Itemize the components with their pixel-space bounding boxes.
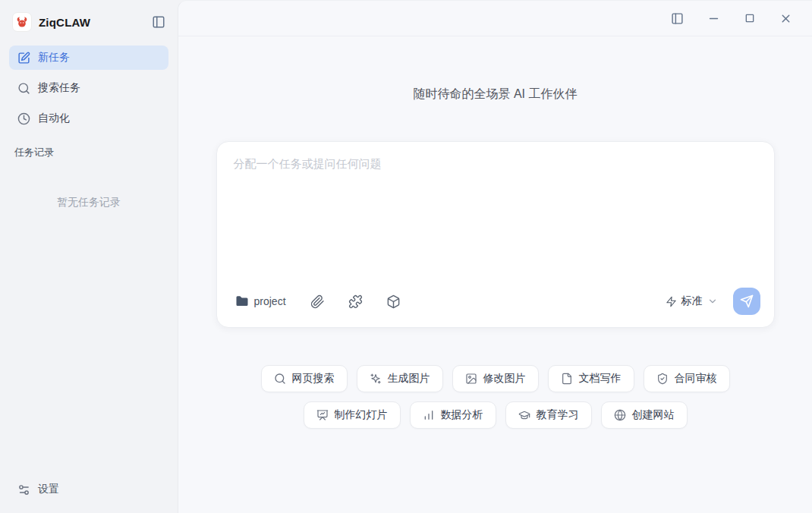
chip-create-website[interactable]: 创建网站 [601, 401, 688, 429]
panel-toggle-button[interactable] [669, 11, 685, 27]
search-icon [17, 82, 30, 95]
graduation-cap-icon [518, 409, 530, 421]
document-icon [561, 373, 573, 385]
send-button[interactable] [733, 288, 760, 315]
chip-education-learning[interactable]: 教育学习 [505, 401, 592, 429]
sparkles-icon [370, 373, 382, 385]
sidebar-item-label: 自动化 [38, 112, 70, 125]
panel-toggle-icon [671, 12, 684, 25]
sidebar-collapse-button[interactable] [150, 14, 167, 30]
window-titlebar [178, 1, 812, 36]
panel-left-icon [152, 15, 165, 29]
chip-label: 创建网站 [632, 408, 675, 422]
chip-label: 修改图片 [483, 372, 526, 386]
project-label: project [254, 295, 286, 307]
chip-label: 数据分析 [441, 408, 483, 422]
project-selector[interactable]: project [231, 291, 291, 311]
chevron-down-icon [707, 296, 718, 307]
plugins-button[interactable] [345, 291, 367, 313]
globe-icon [614, 409, 626, 421]
chip-label: 生成图片 [388, 372, 430, 386]
settings-label: 设置 [38, 483, 59, 496]
sidebar: ZiqCLAW 新任务 搜索任务 自动化 任务记录 暂无任务记录 设置 [0, 0, 178, 513]
clock-icon [17, 112, 30, 125]
chip-make-slides[interactable]: 制作幻灯片 [304, 401, 401, 429]
bar-chart-icon [423, 409, 435, 421]
main-area: 随时待命的全场景 AI 工作伙伴 project [178, 0, 812, 513]
folder-icon [235, 294, 249, 308]
sidebar-header: ZiqCLAW [12, 11, 167, 33]
app-title: ZiqCLAW [39, 16, 90, 29]
chip-web-search[interactable]: 网页搜索 [261, 365, 348, 392]
composer-toolbar: project 标准 [231, 286, 760, 316]
sidebar-item-automation[interactable]: 自动化 [9, 106, 168, 131]
image-icon [465, 373, 477, 385]
chip-label: 合同审核 [675, 372, 717, 386]
chip-label: 教育学习 [537, 408, 579, 422]
mode-label: 标准 [681, 294, 703, 308]
settings-sliders-icon [17, 483, 30, 496]
task-input[interactable] [231, 154, 760, 286]
maximize-icon [744, 12, 756, 24]
minimize-icon [707, 12, 720, 25]
main-panel: 随时待命的全场景 AI 工作伙伴 project [178, 0, 812, 513]
chip-label: 网页搜索 [292, 372, 335, 386]
chip-row-1: 网页搜索 生成图片 修改图片 文档写作 合同审核 [178, 365, 812, 392]
close-button[interactable] [778, 11, 794, 27]
box-icon [386, 294, 401, 309]
chip-label: 制作幻灯片 [335, 408, 388, 422]
presentation-icon [316, 409, 329, 421]
empty-task-history-text: 暂无任务记录 [9, 196, 168, 209]
app-logo [12, 12, 32, 32]
send-icon [740, 294, 754, 308]
task-composer: project 标准 [216, 141, 775, 328]
lightning-icon [666, 296, 677, 307]
chip-data-analysis[interactable]: 数据分析 [410, 401, 496, 429]
crab-logo-icon [15, 15, 29, 29]
chip-contract-review[interactable]: 合同审核 [644, 365, 730, 392]
minimize-button[interactable] [706, 11, 722, 27]
sidebar-item-label: 搜索任务 [38, 81, 80, 95]
puzzle-icon [348, 294, 363, 309]
settings-button[interactable]: 设置 [9, 478, 168, 501]
task-history-section-label: 任务记录 [14, 146, 168, 159]
quick-action-chips: 网页搜索 生成图片 修改图片 文档写作 合同审核 [178, 365, 812, 429]
shield-check-icon [656, 373, 669, 385]
chip-edit-image[interactable]: 修改图片 [452, 365, 539, 392]
maximize-button[interactable] [742, 11, 757, 26]
sidebar-item-label: 新任务 [38, 51, 70, 65]
chip-generate-image[interactable]: 生成图片 [357, 365, 443, 392]
close-icon [779, 12, 792, 25]
sidebar-item-new-task[interactable]: 新任务 [9, 46, 168, 70]
new-task-edit-icon [17, 52, 30, 65]
chip-document-writing[interactable]: 文档写作 [548, 365, 634, 392]
search-icon [274, 373, 286, 385]
chip-label: 文档写作 [579, 372, 622, 386]
chip-row-2: 制作幻灯片 数据分析 教育学习 创建网站 [178, 401, 812, 429]
model-box-button[interactable] [382, 291, 404, 313]
paperclip-icon [310, 294, 325, 309]
sidebar-item-search-tasks[interactable]: 搜索任务 [9, 76, 168, 100]
headline: 随时待命的全场景 AI 工作伙伴 [178, 87, 812, 102]
mode-selector[interactable]: 标准 [661, 291, 722, 311]
attach-file-button[interactable] [307, 291, 329, 313]
